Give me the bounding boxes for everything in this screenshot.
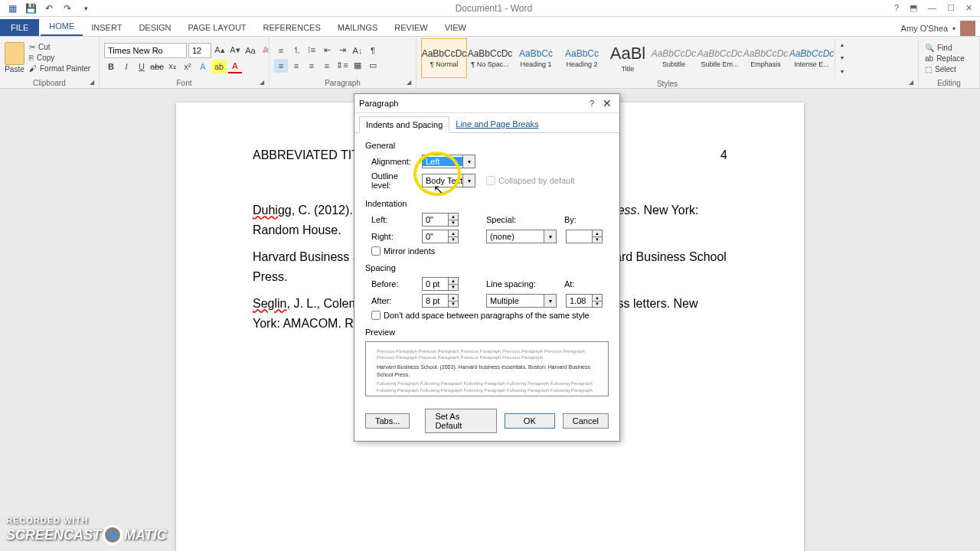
indent-right-spinner[interactable]: ▲▼ [422, 230, 459, 243]
indent-right-value[interactable] [422, 230, 448, 243]
mirror-indents-checkbox[interactable] [371, 246, 381, 256]
styles-up-icon[interactable]: ▴ [835, 38, 849, 51]
tab-page-layout[interactable]: PAGE LAYOUT [180, 19, 255, 36]
spinner-down-icon[interactable]: ▼ [592, 236, 603, 244]
styles-more-icon[interactable]: ▾ [835, 65, 849, 78]
font-color-icon[interactable]: A [228, 60, 242, 73]
line-spacing-icon[interactable]: ⇕≡ [335, 59, 349, 73]
after-spinner[interactable]: ▲▼ [422, 294, 459, 308]
ribbon-display-icon[interactable]: ⬒ [910, 3, 917, 13]
align-left-icon[interactable]: ≡ [274, 59, 288, 73]
change-case-icon[interactable]: Aa [243, 44, 257, 57]
undo-icon[interactable]: ↶ [41, 2, 57, 15]
show-marks-icon[interactable]: ¶ [366, 44, 380, 57]
bullets-icon[interactable]: ≡ [274, 44, 288, 57]
close-icon[interactable]: ✕ [965, 3, 972, 13]
paste-button[interactable]: Paste [5, 42, 24, 73]
tab-line-page-breaks[interactable]: Line and Page Breaks [449, 116, 544, 132]
decrease-indent-icon[interactable]: ⇤ [320, 44, 334, 57]
user-dropdown-icon[interactable]: ▾ [952, 25, 956, 32]
style-subtle-em[interactable]: AaBbCcDcSubtle Em... [697, 38, 743, 78]
minimize-icon[interactable]: — [928, 3, 936, 13]
save-icon[interactable]: 💾 [23, 2, 38, 15]
styles-launcher-icon[interactable]: ◢ [909, 79, 916, 86]
maximize-icon[interactable]: ☐ [947, 3, 955, 13]
find-button[interactable]: 🔍Find [923, 43, 966, 53]
font-name-combo[interactable] [104, 43, 187, 58]
set-default-button[interactable]: Set As Default [425, 409, 496, 433]
spinner-up-icon[interactable]: ▲ [592, 230, 603, 236]
before-spinner[interactable]: ▲▼ [422, 277, 459, 291]
style-normal[interactable]: AaBbCcDc¶ Normal [421, 38, 467, 78]
qat-more-icon[interactable]: ▾ [78, 2, 93, 15]
dont-add-space-checkbox[interactable] [371, 311, 381, 320]
copy-button[interactable]: ⎘Copy [28, 53, 92, 63]
dialog-help-icon[interactable]: ? [584, 96, 599, 110]
tab-mailings[interactable]: MAILINGS [329, 19, 387, 36]
subscript-icon[interactable]: x₂ [165, 60, 179, 73]
shrink-font-icon[interactable]: A▾ [228, 44, 242, 57]
alignment-combo[interactable]: Left ▾ [422, 155, 475, 168]
text-effects-icon[interactable]: A [196, 60, 210, 73]
spinner-up-icon[interactable]: ▲ [448, 294, 459, 301]
spinner-up-icon[interactable]: ▲ [448, 213, 459, 220]
clipboard-launcher-icon[interactable]: ◢ [90, 79, 97, 86]
ok-button[interactable]: OK [505, 413, 555, 429]
spinner-up-icon[interactable]: ▲ [448, 277, 459, 284]
superscript-icon[interactable]: x² [181, 60, 194, 73]
indent-left-value[interactable] [422, 213, 448, 227]
tab-indents-spacing[interactable]: Indents and Spacing [359, 116, 449, 133]
special-combo[interactable]: (none) ▾ [486, 230, 557, 243]
underline-icon[interactable]: U [135, 60, 149, 73]
tabs-button[interactable]: Tabs... [365, 413, 410, 429]
paragraph-launcher-icon[interactable]: ◢ [407, 79, 414, 86]
style-intense-e[interactable]: AaBbCcDcIntense E... [789, 38, 835, 78]
font-size-combo[interactable] [188, 43, 211, 58]
avatar[interactable] [960, 21, 975, 36]
font-launcher-icon[interactable]: ◢ [260, 79, 267, 86]
style-heading-2[interactable]: AaBbCcHeading 2 [559, 38, 605, 78]
line-spacing-combo[interactable]: Multiple ▾ [486, 294, 557, 308]
justify-icon[interactable]: ≡ [320, 59, 334, 73]
multilevel-icon[interactable]: ⁝≡ [305, 44, 318, 57]
cancel-button[interactable]: Cancel [563, 413, 609, 429]
tab-design[interactable]: DESIGN [130, 19, 179, 36]
highlight-icon[interactable]: ab [211, 60, 227, 73]
at-spinner[interactable]: ▲▼ [566, 294, 603, 308]
sort-icon[interactable]: A↓ [351, 44, 364, 57]
indent-left-spinner[interactable]: ▲▼ [422, 213, 459, 227]
by-value[interactable] [566, 230, 592, 243]
spinner-down-icon[interactable]: ▼ [448, 284, 459, 292]
tab-home[interactable]: HOME [41, 18, 83, 36]
align-right-icon[interactable]: ≡ [305, 59, 318, 73]
shading-icon[interactable]: ▦ [351, 59, 364, 73]
word-icon[interactable]: ▦ [5, 2, 20, 15]
tab-review[interactable]: REVIEW [386, 19, 436, 36]
tab-insert[interactable]: INSERT [83, 19, 130, 36]
grow-font-icon[interactable]: A▴ [213, 44, 227, 57]
strike-icon[interactable]: abc [150, 60, 164, 73]
style-no-spacing[interactable]: AaBbCcDc¶ No Spac... [467, 38, 513, 78]
style-emphasis[interactable]: AaBbCcDcEmphasis [743, 38, 789, 78]
redo-icon[interactable]: ↷ [60, 2, 75, 15]
spinner-down-icon[interactable]: ▼ [448, 236, 459, 244]
cut-button[interactable]: ✂Cut [28, 42, 92, 52]
italic-icon[interactable]: I [119, 60, 133, 73]
help-icon[interactable]: ? [894, 3, 899, 13]
style-heading-1[interactable]: AaBbCcHeading 1 [513, 38, 559, 78]
outline-level-combo[interactable]: Body Text ▾ [422, 174, 475, 187]
replace-button[interactable]: abReplace [923, 54, 966, 64]
after-value[interactable] [422, 294, 448, 308]
style-title[interactable]: AaBlTitle [605, 38, 651, 78]
format-painter-button[interactable]: 🖌Format Painter [28, 64, 92, 73]
tab-references[interactable]: REFERENCES [255, 19, 329, 36]
borders-icon[interactable]: ▭ [366, 59, 380, 73]
file-tab[interactable]: FILE [0, 19, 39, 36]
styles-down-icon[interactable]: ▾ [835, 51, 849, 64]
before-value[interactable] [422, 277, 448, 291]
spinner-down-icon[interactable]: ▼ [448, 220, 459, 227]
spinner-down-icon[interactable]: ▼ [592, 301, 603, 308]
dialog-close-icon[interactable]: ✕ [599, 96, 615, 110]
user-name[interactable]: Amy O'Shea [901, 24, 948, 33]
align-center-icon[interactable]: ≡ [289, 59, 303, 73]
